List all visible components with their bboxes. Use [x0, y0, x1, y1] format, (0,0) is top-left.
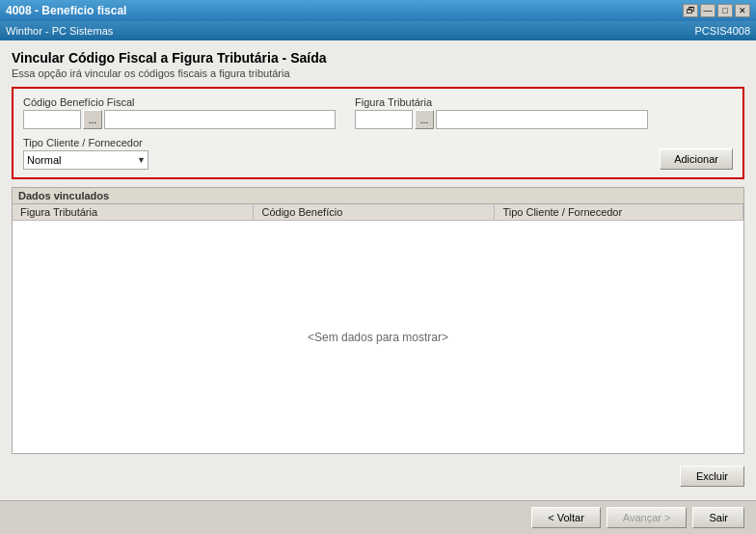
restore-button[interactable]: 🗗: [683, 4, 698, 17]
data-section: Dados vinculados Figura Tributária Códig…: [12, 187, 744, 454]
form-section: Código Benefício Fiscal ... Figura Tribu…: [12, 87, 744, 179]
codigo-beneficio-browse-button[interactable]: ...: [83, 110, 102, 129]
data-table: Figura Tributária Código Benefício Tipo …: [13, 204, 743, 221]
title-bar-controls: 🗗 — □ ✕: [683, 4, 750, 17]
page-title: Vincular Código Fiscal a Figura Tributár…: [12, 50, 744, 66]
page-header: Vincular Código Fiscal a Figura Tributár…: [12, 50, 744, 79]
excluir-row: Excluir: [12, 462, 744, 491]
no-data-message: <Sem dados para mostrar>: [13, 221, 743, 453]
content-area: Vincular Código Fiscal a Figura Tributár…: [0, 40, 756, 500]
table-header-row: Figura Tributária Código Benefício Tipo …: [13, 204, 743, 221]
codigo-beneficio-desc-input[interactable]: [104, 110, 336, 129]
title-bar-title: 4008 - Benefício fiscal: [6, 4, 126, 17]
app-title: 4008 - Benefício fiscal: [6, 4, 126, 17]
minimize-button[interactable]: —: [700, 4, 716, 17]
avancar-button[interactable]: Avançar >: [607, 507, 688, 528]
title-bar: 4008 - Benefício fiscal 🗗 — □ ✕: [0, 0, 756, 21]
codigo-beneficio-field: Código Benefício Fiscal ...: [23, 96, 336, 129]
figura-tributaria-desc-input[interactable]: [436, 110, 648, 129]
app-name: Winthor - PC Sistemas: [6, 25, 113, 37]
col-codigo-beneficio: Código Benefício: [254, 204, 495, 221]
codigo-beneficio-input[interactable]: [23, 110, 81, 129]
adicionar-button[interactable]: Adicionar: [660, 148, 733, 170]
bottom-right-buttons: < Voltar Avançar > Sair: [531, 507, 744, 528]
form-top-row: Código Benefício Fiscal ... Figura Tribu…: [23, 96, 733, 129]
tipo-cliente-select[interactable]: Normal Produtor Rural Optante Simples: [23, 150, 148, 170]
sair-button[interactable]: Sair: [692, 507, 744, 528]
figura-tributaria-inputs: ...: [355, 110, 648, 129]
figura-tributaria-input[interactable]: [355, 110, 413, 129]
codigo-beneficio-inputs: ...: [23, 110, 336, 129]
menu-bar: Winthor - PC Sistemas PCSIS4008: [0, 21, 756, 40]
data-section-title: Dados vinculados: [13, 188, 743, 204]
excluir-button[interactable]: Excluir: [680, 466, 744, 487]
tipo-cliente-label: Tipo Cliente / Fornecedor: [23, 137, 148, 148]
page-subtitle: Essa opção irá vincular os códigos fisca…: [12, 67, 744, 79]
close-button[interactable]: ✕: [735, 4, 750, 17]
tipo-row: Tipo Cliente / Fornecedor Normal Produto…: [23, 137, 733, 170]
maximize-button[interactable]: □: [717, 4, 733, 17]
figura-tributaria-label: Figura Tributária: [355, 96, 648, 108]
tipo-cliente-field: Tipo Cliente / Fornecedor Normal Produto…: [23, 137, 148, 170]
figura-tributaria-browse-button[interactable]: ...: [415, 110, 434, 129]
system-id: PCSIS4008: [695, 25, 750, 37]
tipo-cliente-wrapper: Normal Produtor Rural Optante Simples ▼: [23, 150, 148, 170]
bottom-bar: < Voltar Avançar > Sair: [0, 500, 756, 534]
col-figura-tributaria: Figura Tributária: [13, 204, 254, 221]
codigo-beneficio-label: Código Benefício Fiscal: [23, 96, 336, 108]
col-tipo-cliente: Tipo Cliente / Fornecedor: [495, 204, 743, 221]
voltar-button[interactable]: < Voltar: [531, 507, 601, 528]
figura-tributaria-field: Figura Tributária ...: [355, 96, 648, 129]
